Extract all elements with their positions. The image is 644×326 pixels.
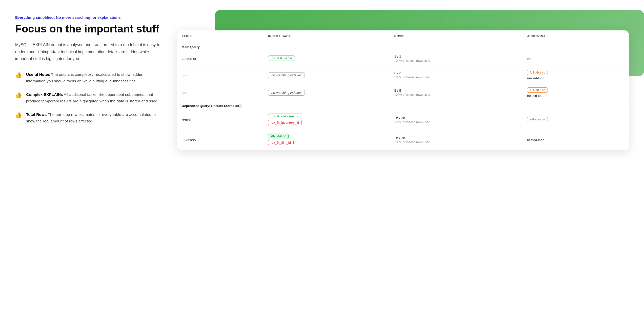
col-header-index-usage: INDEX USAGE xyxy=(264,30,390,42)
rows-sub: 100% of loaded rows used xyxy=(394,140,518,144)
right-panel: TABLE INDEX USAGE ROWS ADDITIONAL Main Q… xyxy=(177,10,629,150)
cell-index: PRIMARYidx_fk_film_id xyxy=(264,130,390,150)
thumb-icon: 👍 xyxy=(15,112,22,118)
derived-highlight xyxy=(239,104,242,108)
rows-sub: 100% of loaded rows used xyxy=(394,120,518,124)
rows-sub: 100% of loaded rows used xyxy=(394,93,518,97)
table-data-row: no matching indexes 3 / 3 100% of loaded… xyxy=(177,66,629,84)
cell-rows: 1 / 1 100% of loaded rows used xyxy=(390,51,523,66)
section-label: Main Query xyxy=(177,42,629,51)
no-index-tag: no matching indexes xyxy=(268,90,305,96)
no-index-tag: no matching indexes xyxy=(268,72,305,78)
index-tag-green: idx_last_name xyxy=(268,56,295,61)
subtitle: Everything simplified: No more searching… xyxy=(15,15,162,20)
col-header-rows: ROWS xyxy=(390,30,523,42)
table-header: TABLE INDEX USAGE ROWS ADDITIONAL xyxy=(177,30,629,42)
cell-rows: 26 / 26 100% of loaded rows used xyxy=(390,110,523,130)
table-name: customer xyxy=(182,57,196,61)
cell-index: no matching indexes xyxy=(264,84,390,101)
rows-info: 26 / 26 xyxy=(394,136,518,140)
rows-sub: 100% of loaded rows used xyxy=(394,59,518,63)
table-name: rental xyxy=(182,118,191,122)
cell-additional: n/a xyxy=(522,51,629,66)
feature-text: Complex EXPLAINs All additional tasks, l… xyxy=(26,91,162,104)
derived-tag xyxy=(182,75,187,76)
feature-item: 👍 Complex EXPLAINs All additional tasks,… xyxy=(15,91,162,104)
col-header-table: TABLE xyxy=(177,30,264,42)
rows-info: 9 / 9 xyxy=(394,88,518,93)
thumb-icon: 👍 xyxy=(15,72,22,78)
index-tag-green: idx_fk_customer_id xyxy=(268,114,302,119)
cell-index: idx_fk_customer_ididx_fk_inventory_id xyxy=(264,110,390,130)
main-title: Focus on the important stuff xyxy=(15,23,162,35)
table-data-row: rental idx_fk_customer_ididx_fk_inventor… xyxy=(177,110,629,130)
feature-item: 👍 Useful Notes The output is completely … xyxy=(15,71,162,84)
additional-tag-orange: extra sortin xyxy=(527,117,548,122)
feature-name: Complex EXPLAINs xyxy=(26,92,63,97)
table-container: TABLE INDEX USAGE ROWS ADDITIONAL Main Q… xyxy=(177,30,629,150)
cell-table xyxy=(177,66,264,84)
cell-additional: nested-loop xyxy=(522,130,629,150)
left-panel: Everything simplified: No more searching… xyxy=(15,10,162,124)
cell-additional: full table scnested-loop xyxy=(522,66,629,84)
rows-info: 26 / 26 xyxy=(394,116,518,120)
table-section-row: Dependent Query: Results Stored as xyxy=(177,101,629,110)
table-body: Main Query customer idx_last_name 1 / 1 … xyxy=(177,42,629,150)
additional-plain: nested-loop xyxy=(527,138,544,142)
cell-index: idx_last_name xyxy=(264,51,390,66)
cell-rows: 9 / 9 100% of loaded rows used xyxy=(390,84,523,101)
table-section-row: Main Query xyxy=(177,42,629,51)
description: MySQL's EXPLAIN output is analysed and t… xyxy=(15,41,162,62)
rows-info: 3 / 3 xyxy=(394,71,518,75)
cell-rows: 3 / 3 100% of loaded rows used xyxy=(390,66,523,84)
rows-sub: 100% of loaded rows used xyxy=(394,76,518,79)
col-header-additional: ADDITIONAL xyxy=(522,30,629,42)
explain-table: TABLE INDEX USAGE ROWS ADDITIONAL Main Q… xyxy=(177,30,629,150)
feature-name: Useful Notes xyxy=(26,72,50,77)
feature-name: Total Rows xyxy=(26,112,47,117)
rows-info: 1 / 1 xyxy=(394,55,518,59)
cell-rows: 26 / 26 100% of loaded rows used xyxy=(390,130,523,150)
cell-additional: extra sortin xyxy=(522,110,629,130)
additional-tag-orange: full table sc xyxy=(527,70,548,75)
cell-table: inventory xyxy=(177,130,264,150)
index-tag-green-filled: PRIMARY xyxy=(268,134,289,139)
feature-item: 👍 Total Rows The per-loop row estimates … xyxy=(15,111,162,124)
index-tag-red: idx_fk_film_id xyxy=(268,140,294,145)
cell-additional: full table scnested-loop xyxy=(522,84,629,101)
section-label: Dependent Query: Results Stored as xyxy=(177,101,629,110)
cell-table: customer xyxy=(177,51,264,66)
index-tag-red: idx_fk_inventory_id xyxy=(268,120,302,125)
feature-text: Useful Notes The output is completely re… xyxy=(26,71,162,84)
cell-table: rental xyxy=(177,110,264,130)
feature-text: Total Rows The per-loop row estimates fo… xyxy=(26,111,162,124)
explain-table-card: TABLE INDEX USAGE ROWS ADDITIONAL Main Q… xyxy=(177,30,629,150)
additional-tag-orange: full table sc xyxy=(527,87,548,93)
table-data-row: customer idx_last_name 1 / 1 100% of loa… xyxy=(177,51,629,66)
table-data-row: no matching indexes 9 / 9 100% of loaded… xyxy=(177,84,629,101)
table-data-row: inventory PRIMARYidx_fk_film_id 26 / 26 … xyxy=(177,130,629,150)
cell-table xyxy=(177,84,264,101)
additional-plain: nested-loop xyxy=(527,94,544,98)
feature-list: 👍 Useful Notes The output is completely … xyxy=(15,71,162,124)
additional-plain: nested-loop xyxy=(527,76,544,80)
thumb-icon: 👍 xyxy=(15,92,22,98)
na-text: n/a xyxy=(527,57,532,61)
derived-tag xyxy=(182,92,187,94)
table-name: inventory xyxy=(182,138,196,142)
cell-index: no matching indexes xyxy=(264,66,390,84)
